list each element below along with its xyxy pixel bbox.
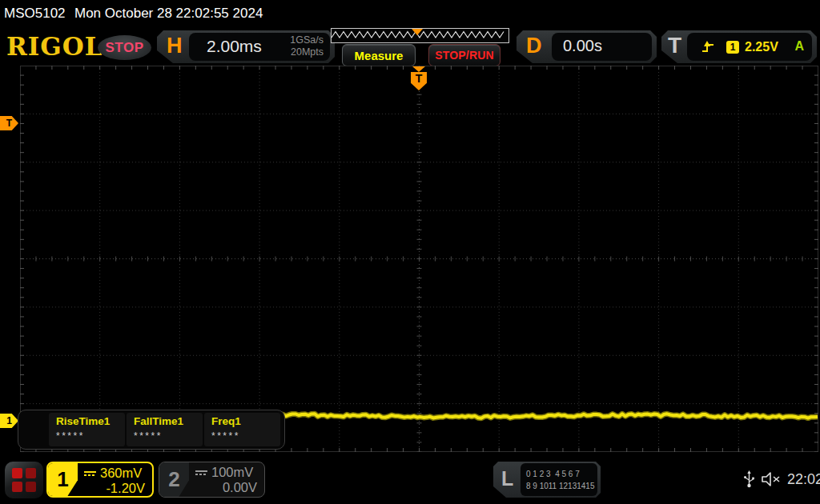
measurement-risetime: RiseTime1 ***** bbox=[49, 413, 125, 446]
digital-row2: 8 9 1011 12131415 bbox=[526, 480, 597, 492]
graticule bbox=[20, 66, 818, 452]
system-clock: 22:02 bbox=[787, 471, 820, 488]
system-datetime: Mon October 28 22:02:55 2024 bbox=[74, 6, 263, 22]
measure-button[interactable]: Measure bbox=[342, 44, 416, 66]
measurement-label: RiseTime1 bbox=[56, 415, 125, 427]
measurement-freq: Freq1 ***** bbox=[204, 413, 280, 446]
usb-icon bbox=[743, 470, 755, 489]
measurement-value: ***** bbox=[134, 430, 203, 442]
sample-rate: 1GSa/s bbox=[290, 34, 324, 46]
measurement-overlay[interactable]: RiseTime1 ***** FallTime1 ***** Freq1 **… bbox=[18, 410, 285, 450]
rigol-logo: RIGOL bbox=[6, 32, 103, 61]
digital-channels-badge[interactable]: L 0 1 2 3 4 5 6 7 8 9 1011 12131415 bbox=[493, 462, 601, 498]
model-name: MSO5102 bbox=[4, 6, 66, 22]
trigger-position-tick-icon[interactable] bbox=[412, 66, 425, 72]
digital-channel-list: 0 1 2 3 4 5 6 7 8 9 1011 12131415 bbox=[521, 463, 597, 496]
horizontal-label: H bbox=[167, 34, 183, 58]
trigger-label: T bbox=[668, 33, 681, 58]
delay-value: 0.00s bbox=[563, 37, 602, 55]
measurement-value: ***** bbox=[211, 430, 280, 442]
trigger-panel[interactable]: T 1 2.25V A bbox=[661, 30, 817, 63]
measurement-value: ***** bbox=[56, 430, 125, 442]
acquisition-state-badge: STOP bbox=[98, 35, 151, 60]
channel1-level-marker[interactable]: 1 bbox=[0, 414, 18, 428]
channel1-badge[interactable]: 1 360mV -1.20V bbox=[46, 462, 154, 498]
digital-label: L bbox=[501, 467, 513, 490]
trigger-sweep-mode: A bbox=[794, 39, 804, 54]
trigger-slope-icon bbox=[701, 40, 715, 54]
channel1-scale: 360mV bbox=[100, 466, 142, 481]
sample-rate-memory: 1GSa/s 20Mpts bbox=[290, 34, 324, 58]
channel2-scale: 100mV bbox=[211, 465, 253, 480]
channel2-offset: 0.00V bbox=[194, 480, 257, 495]
stop-run-button[interactable]: STOP/RUN bbox=[428, 44, 500, 66]
channel2-badge[interactable]: 2 100mV 0.00V bbox=[159, 462, 265, 498]
trigger-level-marker[interactable]: T bbox=[0, 116, 18, 130]
delay-panel[interactable]: D 0.00s bbox=[517, 30, 657, 63]
digital-row1: 0 1 2 3 4 5 6 7 bbox=[526, 468, 597, 480]
trigger-level-value: 2.25V bbox=[745, 40, 778, 54]
measurement-label: Freq1 bbox=[211, 415, 280, 427]
measurement-label: FallTime1 bbox=[134, 415, 203, 427]
horizontal-panel[interactable]: H 2.00ms 1GSa/s 20Mpts bbox=[157, 30, 335, 63]
timebase-value: 2.00ms bbox=[207, 37, 262, 56]
channel1-number: 1 bbox=[48, 463, 78, 496]
dc-coupling-icon bbox=[84, 471, 96, 478]
oscilloscope-screen: MSO5102 Mon October 28 22:02:55 2024 RIG… bbox=[0, 0, 820, 504]
dc-coupling-icon bbox=[195, 470, 207, 478]
measurement-falltime: FallTime1 ***** bbox=[127, 413, 203, 446]
delay-label: D bbox=[526, 34, 542, 58]
channel1-offset: -1.20V bbox=[82, 481, 145, 496]
channel2-number: 2 bbox=[159, 462, 189, 497]
trigger-source-badge: 1 bbox=[726, 41, 739, 54]
speaker-muted-icon[interactable] bbox=[761, 471, 782, 487]
memory-position-marker-icon[interactable] bbox=[412, 29, 423, 35]
status-bar: MSO5102 Mon October 28 22:02:55 2024 bbox=[0, 0, 820, 26]
memory-depth: 20Mpts bbox=[290, 46, 324, 58]
menu-grid-icon[interactable] bbox=[5, 462, 43, 498]
